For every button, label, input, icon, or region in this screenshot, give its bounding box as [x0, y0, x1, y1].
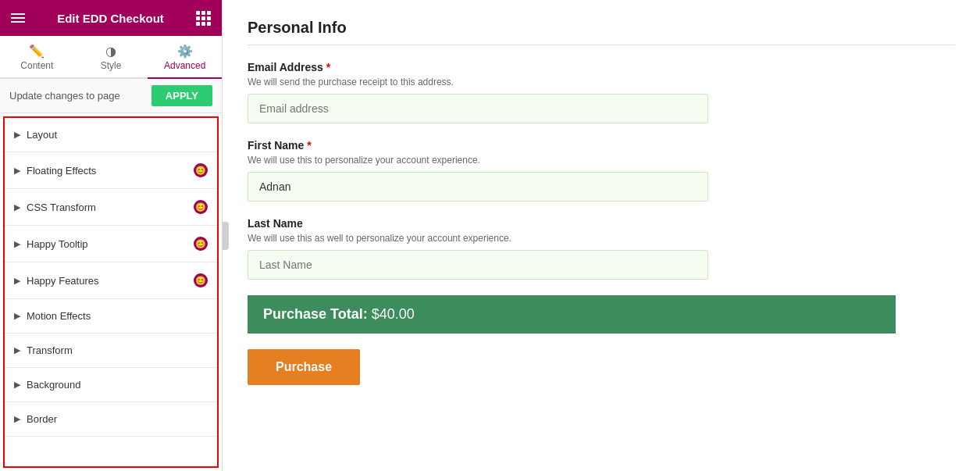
section-happy-features[interactable]: ▶ Happy Features [5, 262, 217, 299]
section-layout[interactable]: ▶ Layout [5, 118, 217, 152]
first-name-desc: We will use this to personalize your acc… [248, 155, 955, 166]
arrow-floating: ▶ [14, 166, 20, 176]
section-layout-label: Layout [27, 129, 57, 141]
email-desc: We will send the purchase receipt to thi… [248, 77, 955, 87]
section-background-label: Background [27, 379, 80, 391]
section-border-label: Border [27, 413, 57, 425]
section-floating-effects[interactable]: ▶ Floating Effects [5, 152, 217, 189]
purchase-total-label: Purchase Total: [263, 306, 368, 322]
css-pro-badge [194, 200, 208, 214]
tab-content-label: Content [20, 60, 53, 71]
arrow-transform: ▶ [14, 345, 20, 355]
purchase-total-amount: $40.00 [372, 306, 415, 322]
update-label: Update changes to page [9, 90, 120, 102]
features-pro-badge [194, 273, 208, 287]
arrow-css: ▶ [14, 202, 20, 212]
arrow-layout: ▶ [14, 130, 20, 140]
first-name-input[interactable] [248, 172, 708, 202]
last-name-input[interactable] [248, 250, 708, 280]
section-border[interactable]: ▶ Border [5, 402, 217, 437]
tooltip-pro-badge [194, 237, 208, 251]
right-panel: ‹ Personal Info Email Address * We will … [223, 0, 980, 471]
page-title: Personal Info [248, 19, 955, 45]
arrow-motion: ▶ [14, 311, 20, 321]
email-label: Email Address * [248, 61, 955, 73]
panel-title: Edit EDD Checkout [57, 12, 164, 25]
tab-bar: ✏️ Content ◑ Style ⚙️ Advanced [0, 36, 222, 79]
last-name-desc: We will use this as well to personalize … [248, 233, 955, 244]
advanced-icon: ⚙️ [177, 44, 193, 59]
hamburger-icon[interactable] [11, 13, 25, 23]
email-input[interactable] [248, 94, 708, 123]
update-bar: Update changes to page APPLY [0, 79, 222, 113]
tab-style-label: Style [101, 60, 122, 71]
section-happy-tooltip[interactable]: ▶ Happy Tooltip [5, 226, 217, 262]
email-required: * [326, 61, 330, 73]
arrow-border: ▶ [14, 414, 20, 424]
top-bar: Edit EDD Checkout [0, 0, 222, 36]
tab-advanced[interactable]: ⚙️ Advanced [148, 36, 222, 79]
tab-content[interactable]: ✏️ Content [0, 36, 74, 79]
content-icon: ✏️ [29, 44, 45, 59]
tab-style[interactable]: ◑ Style [74, 36, 148, 79]
email-field-group: Email Address * We will send the purchas… [248, 61, 955, 123]
arrow-background: ▶ [14, 380, 20, 390]
purchase-button[interactable]: Purchase [248, 349, 360, 385]
tab-advanced-label: Advanced [164, 60, 205, 71]
first-name-required: * [307, 139, 311, 152]
first-name-label: First Name * [248, 139, 955, 152]
arrow-tooltip: ▶ [14, 239, 20, 249]
grid-icon[interactable] [196, 11, 211, 26]
floating-pro-badge [194, 163, 208, 177]
left-panel: Edit EDD Checkout ✏️ Content ◑ Style ⚙️ … [0, 0, 223, 471]
style-icon: ◑ [105, 44, 116, 59]
section-features-label: Happy Features [27, 275, 99, 287]
apply-button[interactable]: APPLY [151, 85, 212, 106]
section-floating-label: Floating Effects [27, 165, 96, 177]
section-tooltip-label: Happy Tooltip [27, 238, 88, 250]
section-motion-label: Motion Effects [27, 310, 91, 322]
section-transform[interactable]: ▶ Transform [5, 334, 217, 368]
purchase-total-bar: Purchase Total: $40.00 [248, 295, 896, 334]
section-css-label: CSS Transform [27, 202, 96, 213]
section-motion-effects[interactable]: ▶ Motion Effects [5, 299, 217, 334]
collapse-handle[interactable]: ‹ [223, 222, 229, 250]
first-name-field-group: First Name * We will use this to persona… [248, 139, 955, 202]
last-name-field-group: Last Name We will use this as well to pe… [248, 217, 955, 280]
last-name-label: Last Name [248, 217, 955, 230]
arrow-features: ▶ [14, 276, 20, 286]
section-css-transform[interactable]: ▶ CSS Transform [5, 189, 217, 226]
section-list: ▶ Layout ▶ Floating Effects ▶ CSS Transf… [3, 116, 219, 468]
section-transform-label: Transform [27, 344, 73, 356]
section-background[interactable]: ▶ Background [5, 368, 217, 402]
